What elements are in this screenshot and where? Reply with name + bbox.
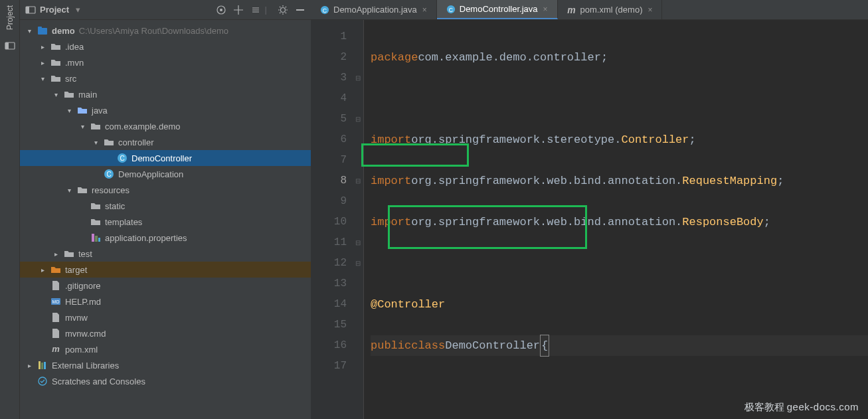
project-tool-tab[interactable]: Project: [5, 5, 15, 30]
project-tree[interactable]: ▾ demoC:\Users\Amiya Rout\Downloads\demo…: [20, 20, 311, 419]
tree-node-mvnwcmd[interactable]: ▸mvnw.cmd: [20, 325, 311, 341]
close-icon[interactable]: ×: [422, 5, 427, 15]
close-icon[interactable]: ×: [543, 5, 548, 14]
gear-icon[interactable]: [278, 5, 288, 15]
expand-all-icon[interactable]: [233, 5, 244, 15]
folder-icon: [90, 201, 101, 211]
tree-node-appprops[interactable]: ▸application.properties: [20, 230, 311, 246]
class-icon: C: [320, 5, 329, 15]
svg-rect-3: [26, 7, 29, 13]
collapse-all-icon[interactable]: [250, 5, 261, 15]
tree-label: .gitignore: [65, 281, 100, 291]
tree-node-mvnw[interactable]: ▸mvnw: [20, 309, 311, 325]
project-tool-icon: [5, 41, 15, 51]
tree-label: com.example.demo: [105, 122, 180, 131]
package-icon: [104, 137, 114, 147]
tree-node-java[interactable]: ▾java: [20, 102, 311, 118]
gutter: 1234567891011121314151617: [311, 20, 352, 419]
file-icon: [50, 280, 61, 291]
tree-node-templates[interactable]: ▸templates: [20, 214, 311, 230]
svg-rect-9: [38, 27, 42, 29]
tab-pom[interactable]: m pom.xml (demo) ×: [558, 0, 663, 19]
tree-label: test: [78, 249, 92, 259]
editor-body[interactable]: 1234567891011121314151617 ⊟⊟⊟⊟⊟ package …: [311, 20, 868, 419]
svg-rect-15: [95, 236, 98, 242]
class-icon: C: [446, 5, 456, 14]
fold-column[interactable]: ⊟⊟⊟⊟⊟: [352, 20, 364, 419]
class-icon: C: [117, 153, 128, 163]
tree-label: static: [105, 201, 125, 211]
tree-node-demoapplication[interactable]: ▸CDemoApplication: [20, 166, 311, 182]
editor-tabs: C DemoApplication.java × C DemoControlle…: [311, 0, 868, 20]
tree-node-helpmd[interactable]: ▸MDHELP.md: [20, 293, 311, 309]
tab-demoapplication[interactable]: C DemoApplication.java ×: [311, 0, 437, 19]
tree-label: External Libraries: [52, 361, 119, 371]
tab-label: DemoController.java: [460, 4, 538, 14]
tree-node-main[interactable]: ▾main: [20, 86, 311, 102]
tree-label: mvnw.cmd: [65, 329, 106, 339]
folder-icon: [90, 216, 101, 227]
maven-icon: m: [50, 344, 61, 355]
project-view-dropdown[interactable]: ▾: [76, 5, 80, 15]
tree-node-package[interactable]: ▾com.example.demo: [20, 118, 311, 134]
tab-label: DemoApplication.java: [333, 5, 417, 15]
svg-rect-19: [39, 361, 41, 369]
tree-label: .mvn: [65, 58, 84, 68]
tree-node-target[interactable]: ▸target: [20, 262, 311, 278]
hide-icon[interactable]: [295, 5, 305, 15]
svg-rect-14: [92, 234, 94, 242]
tree-node-idea[interactable]: ▸.idea: [20, 39, 311, 54]
svg-point-22: [39, 377, 46, 385]
tree-node-resources[interactable]: ▾resources: [20, 182, 311, 198]
tree-node-demo[interactable]: ▾ demoC:\Users\Amiya Rout\Downloads\demo: [20, 23, 311, 39]
file-icon: [50, 328, 61, 339]
code-editor[interactable]: package com.example.demo.controller; imp…: [364, 20, 868, 419]
project-header: Project ▾ |: [20, 0, 311, 20]
tree-label: src: [65, 74, 76, 84]
svg-point-6: [281, 7, 286, 12]
locate-icon[interactable]: [216, 5, 226, 15]
svg-rect-21: [44, 362, 46, 369]
svg-point-5: [220, 9, 222, 11]
target-folder-icon: [50, 264, 61, 275]
tree-label: DemoController: [131, 153, 192, 163]
svg-rect-7: [296, 9, 304, 11]
folder-icon: [50, 41, 61, 52]
markdown-icon: MD: [50, 296, 61, 307]
tree-node-pom[interactable]: ▸mpom.xml: [20, 341, 311, 357]
project-header-title: Project: [40, 5, 69, 15]
close-icon[interactable]: ×: [648, 5, 652, 15]
tree-label: DemoApplication: [118, 169, 183, 179]
tree-node-gitignore[interactable]: ▸.gitignore: [20, 278, 311, 293]
svg-text:C: C: [323, 7, 327, 13]
watermark: 极客教程 geek-docs.com: [744, 401, 859, 414]
folder-icon: [50, 57, 61, 68]
tab-democontroller[interactable]: C DemoController.java ×: [437, 0, 558, 19]
tree-node-scratches[interactable]: ▸Scratches and Consoles: [20, 373, 311, 389]
tree-node-mvn[interactable]: ▸.mvn: [20, 54, 311, 70]
class-icon: C: [104, 169, 114, 179]
tree-node-static[interactable]: ▸static: [20, 198, 311, 214]
tree-label: application.properties: [105, 233, 187, 243]
file-icon: [50, 312, 61, 323]
tree-path: C:\Users\Amiya Rout\Downloads\demo: [79, 26, 228, 36]
tree-node-controller-pkg[interactable]: ▾controller: [20, 134, 311, 150]
tree-node-ext-lib[interactable]: ▸External Libraries: [20, 357, 311, 373]
svg-text:C: C: [106, 171, 111, 178]
tree-label: mvnw: [65, 313, 88, 323]
tree-label: demo: [52, 26, 75, 36]
tree-node-democontroller[interactable]: ▸CDemoController: [20, 150, 311, 166]
tree-node-src[interactable]: ▾src: [20, 70, 311, 86]
tree-label: pom.xml: [65, 345, 98, 355]
svg-rect-1: [5, 42, 9, 49]
src-folder-icon: [77, 105, 88, 116]
project-view-icon: [25, 5, 36, 15]
folder-icon: [64, 248, 74, 259]
tree-node-test[interactable]: ▸test: [20, 246, 311, 262]
tool-window-bar[interactable]: Project: [0, 0, 20, 419]
tree-label: java: [92, 106, 108, 116]
libraries-icon: [37, 360, 48, 371]
svg-rect-20: [41, 363, 43, 369]
package-icon: [90, 121, 101, 131]
tree-label: Scratches and Consoles: [52, 377, 145, 386]
